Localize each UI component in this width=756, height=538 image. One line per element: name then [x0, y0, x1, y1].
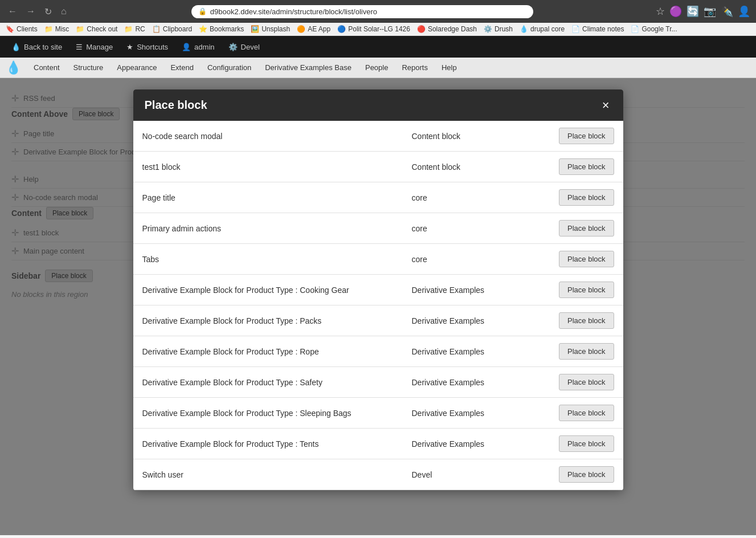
url-text: d9book2.ddev.site/admin/structure/block/…: [210, 7, 377, 16]
place-block-button[interactable]: Place block: [559, 220, 614, 237]
block-action-cell: Place block: [525, 244, 623, 275]
block-name-cell: test1 block: [133, 152, 403, 182]
bookmark-polit[interactable]: 🔵 Polit Solar--LG 1426: [337, 25, 410, 33]
bookmark-drupal-icon: 💧: [520, 25, 528, 33]
devel-icon: ⚙️: [228, 43, 238, 51]
bookmark-unsplash[interactable]: 🖼️ Unsplash: [251, 25, 290, 33]
block-category-cell: Derivative Examples: [403, 429, 525, 459]
extension2-icon[interactable]: 🔄: [686, 5, 699, 18]
bookmark-clients[interactable]: 🔖 Clients: [6, 25, 38, 33]
nav-extend[interactable]: Extend: [164, 58, 200, 78]
block-action-cell: Place block: [525, 305, 623, 336]
place-block-button[interactable]: Place block: [559, 189, 614, 206]
profile-icon[interactable]: 👤: [738, 5, 750, 18]
star-icon[interactable]: ☆: [656, 5, 665, 18]
block-category-cell: Content block: [403, 152, 525, 182]
bookmark-misc-icon: 📁: [44, 25, 53, 33]
bookmark-unsplash-icon: 🖼️: [251, 25, 259, 33]
place-block-button[interactable]: Place block: [559, 405, 614, 421]
block-category-cell: Derivative Examples: [403, 367, 525, 398]
block-name-cell: Tabs: [133, 244, 403, 275]
block-name-cell: Derivative Example Block for Product Typ…: [133, 429, 403, 459]
bookmark-ae-app[interactable]: 🟠 AE App: [297, 25, 330, 33]
block-category-cell: core: [403, 182, 525, 213]
table-row: Derivative Example Block for Product Typ…: [133, 429, 623, 459]
browser-actions: ☆ 🟣 🔄 📷 ✒️ 👤: [656, 5, 750, 18]
nav-reports[interactable]: Reports: [395, 58, 435, 78]
bookmark-bookmarks[interactable]: ⭐ Bookmarks: [199, 25, 244, 33]
browser-bar: ← → ↻ ⌂ 🔒 d9book2.ddev.site/admin/struct…: [0, 0, 756, 23]
table-row: Switch user Devel Place block: [133, 459, 623, 490]
block-category-cell: Derivative Examples: [403, 305, 525, 336]
place-block-button[interactable]: Place block: [559, 251, 614, 267]
admin-devel[interactable]: ⚙️ Devel: [223, 36, 265, 58]
address-bar[interactable]: 🔒 d9book2.ddev.site/admin/structure/bloc…: [191, 5, 533, 18]
bookmark-clients-icon: 🔖: [6, 25, 14, 33]
bookmark-solaredge[interactable]: 🔴 Solaredge Dash: [417, 25, 477, 33]
block-name-cell: Derivative Example Block for Product Typ…: [133, 275, 403, 305]
block-action-cell: Place block: [525, 429, 623, 459]
nav-derivative[interactable]: Derivative Examples Base: [258, 58, 358, 78]
block-action-cell: Place block: [525, 336, 623, 367]
bookmark-drush[interactable]: ⚙️ Drush: [484, 25, 513, 33]
admin-bar: 💧 Back to site ☰ Manage ★ Shortcuts 👤 ad…: [0, 36, 756, 58]
place-block-button[interactable]: Place block: [559, 374, 614, 390]
bookmark-ae-icon: 🟠: [297, 25, 305, 33]
bookmark-checkout[interactable]: 📁 Check out: [76, 25, 117, 33]
nav-content[interactable]: Content: [27, 58, 67, 78]
pen-icon[interactable]: ✒️: [721, 5, 733, 18]
forward-button[interactable]: →: [24, 5, 38, 18]
admin-back-to-site[interactable]: 💧 Back to site: [6, 36, 68, 58]
table-row: Page title core Place block: [133, 182, 623, 213]
bookmark-climate[interactable]: 📄 Climate notes: [571, 25, 624, 33]
block-category-cell: core: [403, 244, 525, 275]
block-action-cell: Place block: [525, 121, 623, 152]
nav-help[interactable]: Help: [435, 58, 464, 78]
place-block-button[interactable]: Place block: [559, 158, 614, 175]
place-block-button[interactable]: Place block: [559, 312, 614, 329]
home-button[interactable]: ⌂: [59, 5, 69, 18]
place-block-button[interactable]: Place block: [559, 128, 614, 144]
bookmark-solaredge-icon: 🔴: [417, 25, 426, 33]
bookmark-drush-icon: ⚙️: [484, 25, 492, 33]
admin-user[interactable]: 👤 admin: [176, 36, 220, 58]
bookmark-checkout-icon: 📁: [76, 25, 84, 33]
modal-overlay[interactable]: Place block × No-code search modal Conte…: [0, 78, 756, 535]
extension-icon[interactable]: 🟣: [669, 5, 682, 18]
block-action-cell: Place block: [525, 182, 623, 213]
modal-title: Place block: [145, 99, 207, 112]
place-block-button[interactable]: Place block: [559, 343, 614, 360]
place-block-button[interactable]: Place block: [559, 435, 614, 452]
drupal-logo-icon: 💧: [11, 43, 21, 51]
bookmark-rc[interactable]: 📁 RC: [124, 25, 145, 33]
refresh-button[interactable]: ↻: [42, 5, 54, 18]
nav-structure[interactable]: Structure: [67, 58, 111, 78]
place-block-modal: Place block × No-code search modal Conte…: [133, 89, 623, 490]
bookmark-drupal-core[interactable]: 💧 drupal core: [520, 25, 565, 33]
bookmark-misc[interactable]: 📁 Misc: [44, 25, 70, 33]
admin-shortcuts[interactable]: ★ Shortcuts: [121, 36, 174, 58]
admin-manage[interactable]: ☰ Manage: [70, 36, 118, 58]
modal-header: Place block ×: [133, 89, 623, 121]
nav-configuration[interactable]: Configuration: [201, 58, 258, 78]
bookmark-google[interactable]: 📄 Google Tr...: [631, 25, 677, 33]
camera-icon[interactable]: 📷: [704, 5, 716, 18]
block-action-cell: Place block: [525, 367, 623, 398]
modal-close-button[interactable]: ×: [600, 99, 612, 112]
bookmark-climate-icon: 📄: [571, 25, 580, 33]
table-row: Derivative Example Block for Product Typ…: [133, 305, 623, 336]
block-name-cell: Derivative Example Block for Product Typ…: [133, 398, 403, 429]
table-row: Derivative Example Block for Product Typ…: [133, 398, 623, 429]
place-block-button[interactable]: Place block: [559, 282, 614, 298]
modal-body[interactable]: No-code search modal Content block Place…: [133, 121, 623, 490]
block-name-cell: Derivative Example Block for Product Typ…: [133, 367, 403, 398]
block-name-cell: Switch user: [133, 459, 403, 490]
nav-appearance[interactable]: Appearance: [110, 58, 164, 78]
nav-people[interactable]: People: [358, 58, 395, 78]
table-row: No-code search modal Content block Place…: [133, 121, 623, 152]
drupal-logo: 💧: [6, 60, 21, 75]
place-block-button[interactable]: Place block: [559, 466, 614, 483]
block-category-cell: Content block: [403, 121, 525, 152]
back-button[interactable]: ←: [6, 5, 19, 18]
bookmark-clipboard[interactable]: 📋 Clipboard: [152, 25, 192, 33]
